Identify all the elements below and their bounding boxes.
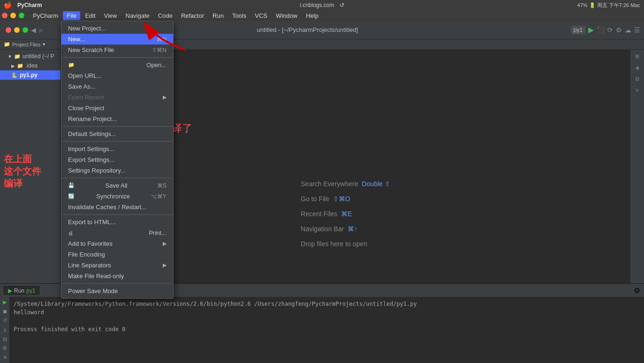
- folder-icon: 📁: [14, 53, 21, 60]
- sidebar-item-idea[interactable]: ▶ 📁 .idea: [0, 61, 61, 70]
- deploy-button[interactable]: ☁: [625, 26, 631, 34]
- run-close-icon[interactable]: ✕: [1, 354, 8, 361]
- maximize-button[interactable]: [19, 13, 24, 18]
- dd-new-scratch-label: New Scratch File: [68, 46, 114, 53]
- dd-save-as-label: Save As...: [68, 83, 96, 90]
- run-tab[interactable]: ▶ Run py1: [4, 286, 39, 295]
- menu-bar: PyCharm File Edit View Navigate Code Ref…: [0, 10, 644, 21]
- close-button[interactable]: [2, 13, 8, 18]
- run-stop-icon[interactable]: ⏹: [1, 308, 8, 316]
- dd-save-all[interactable]: 💾 Save All ⌘S: [61, 180, 173, 191]
- run-rerun-icon[interactable]: ↺: [1, 317, 8, 325]
- run-toolbar: ▶ ⏹ ↺ ⇓ ⊟ ⚙ ✕: [0, 297, 10, 363]
- dd-new-project[interactable]: New Project...: [61, 23, 173, 34]
- run-button[interactable]: ▶: [588, 25, 594, 34]
- run-output-line-4: Process finished with exit code 0: [14, 325, 640, 333]
- menu-refactor[interactable]: Refactor: [177, 11, 208, 20]
- back-button[interactable]: ◀: [31, 26, 36, 34]
- menu-file[interactable]: File: [63, 11, 80, 20]
- menu-pycharm[interactable]: PyCharm: [29, 11, 62, 20]
- coverage-button[interactable]: ⟳: [607, 26, 613, 34]
- debug-button[interactable]: ⬛: [597, 26, 605, 34]
- dd-add-to-favorites[interactable]: Add to Favorites ▶: [61, 238, 173, 249]
- url-bar[interactable]: i.cnblogs.com ↺: [300, 2, 344, 8]
- dd-print[interactable]: 🖨 Print...: [61, 227, 173, 238]
- run-scroll-icon[interactable]: ⇓: [1, 326, 8, 334]
- chevron-right-icon: ▶: [11, 63, 15, 68]
- more-button[interactable]: ☰: [634, 26, 640, 34]
- dd-export-html-label: Export to HTML...: [68, 219, 116, 226]
- run-tab-name: py1: [26, 287, 35, 294]
- run-settings-icon[interactable]: ⚙: [634, 286, 640, 295]
- rt-icon-3[interactable]: ⊟: [633, 74, 642, 83]
- rt-icon-2[interactable]: ◈: [633, 63, 642, 72]
- dd-sep-6: [61, 283, 173, 284]
- dd-default-settings[interactable]: Default Settings...: [61, 129, 173, 139]
- dd-synchronize[interactable]: 🔄 Synchronize ⌥⌘Y: [61, 191, 173, 202]
- rt-icon-1[interactable]: ⊞: [633, 52, 642, 61]
- dd-open-url[interactable]: Open URL...: [61, 70, 173, 81]
- win-minimize[interactable]: [14, 27, 20, 33]
- dd-rename-project-label: Rename Project...: [68, 115, 117, 122]
- dd-file-encoding[interactable]: File Encoding: [61, 249, 173, 260]
- menu-code[interactable]: Code: [154, 11, 176, 20]
- dd-export-html[interactable]: Export to HTML...: [61, 217, 173, 227]
- hint-drop: Drop files here to open: [301, 240, 390, 248]
- forward-button[interactable]: ▶: [39, 26, 44, 34]
- run-output: /System/Library/Frameworks/Python.framew…: [10, 297, 644, 363]
- rt-icon-4[interactable]: ≡: [633, 85, 642, 95]
- hint-goto: Go to File ⇧⌘O: [301, 195, 390, 203]
- run-play-icon[interactable]: ▶: [1, 299, 8, 306]
- dd-print-label: Print...: [149, 229, 167, 236]
- menu-navigate[interactable]: Navigate: [122, 11, 153, 20]
- menu-view[interactable]: View: [100, 11, 121, 20]
- dd-import-settings[interactable]: Import Settings...: [61, 144, 173, 154]
- menu-tools[interactable]: Tools: [228, 11, 250, 20]
- win-maximize[interactable]: [23, 27, 28, 33]
- menu-vcs[interactable]: VCS: [251, 11, 271, 20]
- run-tab-label: Run: [14, 287, 24, 294]
- hint-navbar: Navigation Bar ⌘↑: [301, 225, 390, 233]
- dd-save-as[interactable]: Save As...: [61, 81, 173, 92]
- project-files-label[interactable]: 📁 Project Files ▾: [4, 41, 45, 47]
- menu-window[interactable]: Window: [272, 11, 301, 20]
- run-settings2-icon[interactable]: ⚙: [1, 345, 8, 352]
- win-close[interactable]: [6, 27, 11, 33]
- py-version-label[interactable]: py1: [571, 26, 585, 34]
- dd-new-scratch[interactable]: New Scratch File ⇧⌘N: [61, 45, 173, 55]
- dd-make-readonly[interactable]: Make File Read-only: [61, 271, 173, 281]
- dd-sep-2: [61, 126, 173, 127]
- dd-rename-project[interactable]: Rename Project...: [61, 113, 173, 124]
- dd-settings-repo[interactable]: Settings Repository...: [61, 165, 173, 176]
- dd-make-readonly-label: Make File Read-only: [68, 272, 124, 280]
- dd-export-settings[interactable]: Export Settings...: [61, 154, 173, 165]
- dd-new-shortcut: ⌘N: [157, 36, 167, 43]
- dd-open[interactable]: 📁 Open...: [61, 60, 173, 70]
- dd-line-separators[interactable]: Line Separators ▶: [61, 260, 173, 271]
- sidebar-item-untitled[interactable]: ▼ 📁 untitled (~/ P: [0, 52, 61, 61]
- sidebar-label-py1: py1.py: [20, 72, 38, 78]
- dd-close-project[interactable]: Close Project: [61, 103, 173, 113]
- dd-sep-5: [61, 214, 173, 215]
- sidebar-item-py1[interactable]: 🐍 py1.py: [0, 70, 61, 80]
- annotation-left: 在上面这个文件编译: [4, 153, 41, 189]
- dd-open-recent[interactable]: Open Recent ▶: [61, 92, 173, 103]
- dd-new[interactable]: New... ⌘N: [61, 34, 173, 45]
- run-fold-icon[interactable]: ⊟: [1, 335, 8, 343]
- dd-export-settings-label: Export Settings...: [68, 156, 114, 163]
- apple-icon[interactable]: 🍎: [4, 1, 12, 9]
- dd-add-favorites-arrow: ▶: [163, 241, 167, 247]
- title-bar-left: 🍎 PyCharm: [4, 1, 42, 9]
- refresh-icon[interactable]: ↺: [340, 2, 344, 8]
- dd-open-recent-arrow: ▶: [163, 94, 167, 100]
- sidebar-label-untitled: untitled (~/ P: [23, 53, 54, 60]
- menu-edit[interactable]: Edit: [81, 11, 99, 20]
- dd-power-save[interactable]: Power Save Mode: [61, 286, 173, 296]
- dd-add-favorites-label: Add to Favorites: [68, 240, 113, 247]
- menu-help[interactable]: Help: [302, 11, 322, 20]
- dd-invalidate-caches[interactable]: Invalidate Caches / Restart...: [61, 202, 173, 212]
- profile-button[interactable]: ⚙: [616, 26, 622, 34]
- menu-run[interactable]: Run: [209, 11, 227, 20]
- minimize-button[interactable]: [10, 13, 16, 18]
- dd-new-label: New...: [68, 36, 85, 43]
